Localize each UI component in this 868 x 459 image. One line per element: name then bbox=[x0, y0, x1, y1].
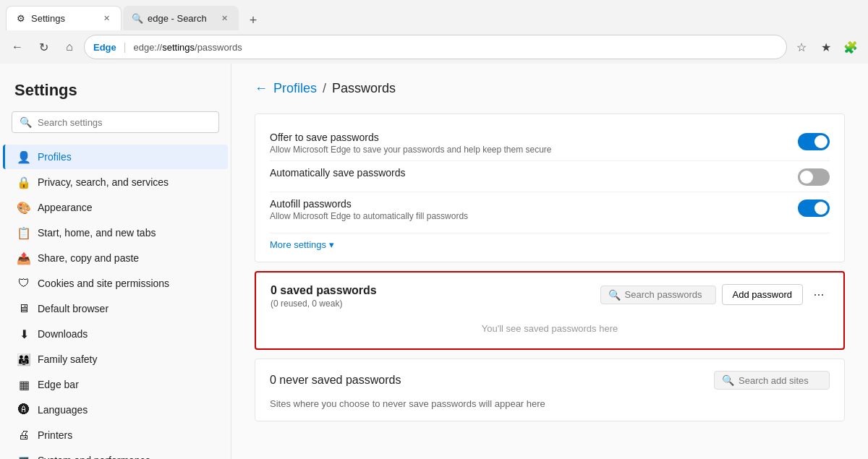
sidebar-item-share-copy-label: Share, copy and paste bbox=[38, 252, 139, 264]
sidebar-item-edge-bar[interactable]: ▦ Edge bar bbox=[3, 372, 228, 397]
never-saved-search-input[interactable] bbox=[739, 375, 822, 386]
url-suffix: /passwords bbox=[195, 42, 242, 53]
main-layout: Settings 🔍 👤 Profiles 🔒 Privacy, search,… bbox=[0, 64, 868, 459]
address-separator: | bbox=[124, 41, 127, 53]
sidebar-item-start-home[interactable]: 📋 Start, home, and new tabs bbox=[3, 220, 228, 245]
sidebar: Settings 🔍 👤 Profiles 🔒 Privacy, search,… bbox=[0, 64, 231, 459]
tab-search-close[interactable]: ✕ bbox=[218, 12, 230, 24]
passwords-header: 0 saved passwords (0 reused, 0 weak) 🔍 A… bbox=[271, 284, 829, 309]
sidebar-item-profiles[interactable]: 👤 Profiles bbox=[3, 145, 228, 169]
breadcrumb-profiles-link[interactable]: Profiles bbox=[273, 81, 317, 96]
setting-info-autofill: Autofill passwords Allow Microsoft Edge … bbox=[270, 198, 798, 221]
sidebar-item-cookies-label: Cookies and site permissions bbox=[38, 278, 169, 289]
search-box[interactable]: 🔍 bbox=[12, 111, 219, 133]
sidebar-item-cookies[interactable]: 🛡 Cookies and site permissions bbox=[3, 271, 228, 296]
toggle-auto-save[interactable] bbox=[798, 168, 830, 186]
browser-chrome: ⚙ Settings ✕ 🔍 edge - Search ✕ + ← ↻ ⌂ E… bbox=[0, 0, 868, 64]
saved-passwords-section: 0 saved passwords (0 reused, 0 weak) 🔍 A… bbox=[255, 271, 845, 350]
url-text: edge://settings/passwords bbox=[133, 42, 778, 53]
tab-settings-label: Settings bbox=[31, 13, 96, 24]
extensions-icon[interactable]: 🧩 bbox=[839, 35, 862, 59]
sidebar-item-downloads-label: Downloads bbox=[38, 328, 88, 340]
sidebar-item-family-safety[interactable]: 👨‍👩‍👧 Family safety bbox=[3, 347, 228, 372]
tab-settings-close[interactable]: ✕ bbox=[101, 13, 112, 25]
printers-icon: 🖨 bbox=[17, 429, 30, 442]
setting-row-offer: Offer to save passwords Allow Microsoft … bbox=[270, 126, 830, 160]
add-password-button[interactable]: Add password bbox=[722, 284, 803, 305]
sidebar-item-system[interactable]: 💻 System and performance bbox=[3, 448, 228, 459]
passwords-count: 0 saved passwords bbox=[271, 284, 544, 297]
sidebar-item-edge-bar-label: Edge bar bbox=[38, 379, 79, 390]
sidebar-item-languages[interactable]: 🅐 Languages bbox=[3, 398, 228, 422]
profiles-icon: 👤 bbox=[17, 150, 30, 163]
tab-search-label: edge - Search bbox=[148, 13, 214, 24]
breadcrumb: ← Profiles / Passwords bbox=[255, 81, 845, 96]
home-button[interactable]: ⌂ bbox=[58, 35, 81, 59]
address-bar[interactable]: Edge | edge://settings/passwords bbox=[84, 35, 787, 59]
address-bar-row: ← ↻ ⌂ Edge | edge://settings/passwords ☆… bbox=[0, 30, 868, 64]
sidebar-item-printers[interactable]: 🖨 Printers bbox=[3, 423, 228, 447]
toggle-offer[interactable] bbox=[798, 133, 830, 150]
never-saved-search-field[interactable]: 🔍 bbox=[714, 371, 830, 390]
sidebar-item-family-safety-label: Family safety bbox=[38, 353, 97, 365]
never-saved-section: 0 never saved passwords 🔍 Sites where yo… bbox=[255, 359, 845, 421]
more-options-button[interactable]: ··· bbox=[809, 285, 829, 305]
sidebar-item-printers-label: Printers bbox=[38, 429, 72, 441]
search-icon: 🔍 bbox=[20, 116, 32, 128]
settings-tab-icon: ⚙ bbox=[15, 13, 27, 25]
passwords-search-input[interactable] bbox=[625, 289, 708, 300]
privacy-icon: 🔒 bbox=[17, 176, 30, 189]
default-browser-icon: 🖥 bbox=[17, 302, 30, 315]
search-tab-icon: 🔍 bbox=[132, 12, 143, 24]
sidebar-item-default-browser[interactable]: 🖥 Default browser bbox=[3, 296, 228, 321]
sidebar-item-appearance[interactable]: 🎨 Appearance bbox=[3, 195, 228, 220]
setting-desc-offer: Allow Microsoft Edge to save your passwo… bbox=[270, 145, 798, 155]
downloads-icon: ⬇ bbox=[17, 327, 30, 340]
passwords-actions: 🔍 Add password ··· bbox=[556, 284, 829, 305]
tab-settings[interactable]: ⚙ Settings ✕ bbox=[6, 6, 122, 30]
appearance-icon: 🎨 bbox=[17, 201, 30, 214]
new-tab-button[interactable]: + bbox=[243, 10, 263, 30]
never-saved-desc: Sites where you choose to never save pas… bbox=[270, 398, 830, 409]
more-settings-link[interactable]: More settings ▾ bbox=[270, 233, 830, 250]
collections-icon[interactable]: ★ bbox=[814, 35, 838, 59]
breadcrumb-separator: / bbox=[323, 81, 326, 96]
edge-bar-icon: ▦ bbox=[17, 378, 30, 391]
sidebar-item-downloads[interactable]: ⬇ Downloads bbox=[3, 322, 228, 346]
breadcrumb-back[interactable]: ← bbox=[255, 81, 268, 96]
sidebar-item-share-copy[interactable]: 📤 Share, copy and paste bbox=[3, 246, 228, 270]
breadcrumb-current: Passwords bbox=[332, 81, 396, 96]
back-button[interactable]: ← bbox=[6, 35, 29, 59]
url-prefix: edge:// bbox=[133, 42, 162, 53]
family-safety-icon: 👨‍👩‍👧 bbox=[17, 353, 30, 366]
sidebar-title: Settings bbox=[0, 81, 231, 111]
toggle-autofill[interactable] bbox=[798, 200, 830, 217]
favorites-icon[interactable]: ☆ bbox=[790, 35, 813, 59]
passwords-search-field[interactable]: 🔍 bbox=[600, 286, 716, 304]
setting-info-offer: Offer to save passwords Allow Microsoft … bbox=[270, 132, 798, 155]
setting-info-auto-save: Automatically save passwords bbox=[270, 167, 798, 180]
setting-title-autofill: Autofill passwords bbox=[270, 198, 798, 210]
cookies-icon: 🛡 bbox=[17, 277, 30, 290]
more-settings-chevron-icon: ▾ bbox=[329, 239, 334, 250]
setting-row-auto-save: Automatically save passwords bbox=[270, 160, 830, 192]
more-settings-label: More settings bbox=[270, 239, 326, 250]
sidebar-item-system-label: System and performance bbox=[38, 455, 150, 459]
passwords-sub: (0 reused, 0 weak) bbox=[271, 299, 544, 309]
sidebar-item-appearance-label: Appearance bbox=[38, 202, 93, 213]
sidebar-item-default-browser-label: Default browser bbox=[38, 303, 109, 314]
url-bold: settings bbox=[162, 42, 195, 53]
refresh-button[interactable]: ↻ bbox=[32, 35, 55, 59]
setting-title-auto-save: Automatically save passwords bbox=[270, 167, 798, 179]
sidebar-item-languages-label: Languages bbox=[38, 404, 88, 416]
search-input[interactable] bbox=[38, 117, 211, 128]
never-saved-search-icon: 🔍 bbox=[722, 374, 734, 386]
sidebar-item-privacy[interactable]: 🔒 Privacy, search, and services bbox=[3, 170, 228, 194]
share-copy-icon: 📤 bbox=[17, 252, 30, 265]
setting-title-offer: Offer to save passwords bbox=[270, 132, 798, 143]
system-icon: 💻 bbox=[17, 454, 30, 459]
toolbar-icons: ☆ ★ 🧩 bbox=[790, 35, 862, 59]
languages-icon: 🅐 bbox=[17, 403, 30, 416]
tab-bar: ⚙ Settings ✕ 🔍 edge - Search ✕ + bbox=[0, 0, 868, 30]
tab-search[interactable]: 🔍 edge - Search ✕ bbox=[123, 6, 239, 30]
